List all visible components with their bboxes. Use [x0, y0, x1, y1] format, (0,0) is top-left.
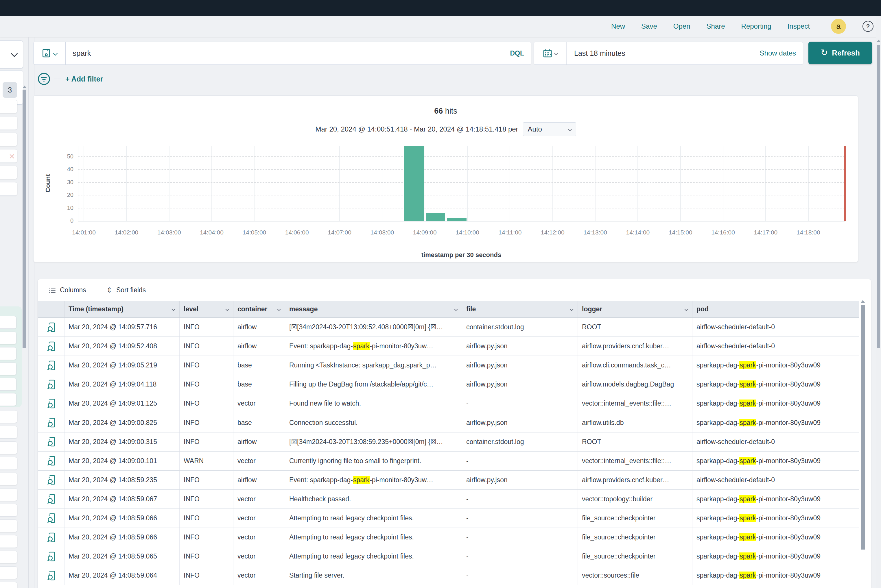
expand-document-button[interactable]	[38, 490, 65, 508]
refresh-button[interactable]: ↻ Refresh	[809, 42, 872, 64]
nav-item-share[interactable]: Share	[707, 22, 725, 30]
field-item[interactable]	[0, 133, 17, 146]
field-item[interactable]	[0, 100, 17, 113]
histogram-bar[interactable]	[426, 213, 445, 221]
nav-item-save[interactable]: Save	[641, 22, 657, 30]
page-scrollbar[interactable]	[876, 45, 880, 348]
expand-document-button[interactable]	[38, 547, 65, 566]
field-item[interactable]	[0, 378, 17, 390]
histogram-bar[interactable]	[447, 218, 466, 221]
field-item[interactable]	[0, 426, 17, 438]
column-header-time--timestamp-[interactable]: Time (timestamp)	[65, 301, 180, 317]
remove-field-icon[interactable]: ×	[9, 151, 17, 161]
field-item[interactable]	[0, 347, 17, 360]
field-item[interactable]	[0, 166, 17, 179]
expand-document-button[interactable]	[38, 356, 65, 375]
inspect-document-icon	[47, 436, 56, 447]
inspect-document-icon	[47, 398, 56, 409]
nav-item-reporting[interactable]: Reporting	[741, 22, 771, 30]
cell-pod: sparkapp-dag-spark-pi-monitor-80y3uw09	[692, 452, 859, 470]
page-scroll-up-icon[interactable]	[876, 40, 881, 42]
column-header-level[interactable]: level	[180, 301, 233, 317]
expand-document-button[interactable]	[38, 509, 65, 528]
field-item[interactable]	[0, 488, 17, 501]
highlighted-term: spark	[739, 533, 756, 541]
interval-select[interactable]: Auto	[523, 122, 576, 136]
chevron-down-icon	[570, 307, 574, 311]
expand-document-button[interactable]	[38, 337, 65, 356]
query-language-button[interactable]: DQL	[510, 50, 531, 57]
cell-logger: ROOT	[578, 318, 692, 336]
expand-document-button[interactable]	[38, 432, 65, 451]
expand-document-button[interactable]	[38, 318, 65, 336]
inspect-document-icon	[47, 379, 56, 390]
field-item[interactable]	[0, 504, 17, 517]
column-header-file[interactable]: file	[462, 301, 578, 317]
histogram-bar[interactable]	[404, 146, 424, 221]
table-row: Mar 20, 2024 @ 14:09:01.125INFOvectorFou…	[38, 394, 859, 413]
filter-icon[interactable]	[38, 72, 50, 85]
expand-document-button[interactable]	[38, 566, 65, 585]
field-item[interactable]	[0, 582, 17, 588]
cell-file: container.stdout.log	[462, 318, 578, 336]
field-item[interactable]: ×	[0, 149, 17, 163]
expand-document-button[interactable]	[38, 452, 65, 470]
filter-bar: + Add filter	[38, 72, 103, 86]
sidebar-scroll-up-icon[interactable]	[23, 86, 27, 88]
user-avatar[interactable]: a	[831, 19, 846, 34]
x-tick-label: 14:02:00	[106, 229, 147, 236]
cell-logger: vector::internal_events::file::…	[578, 394, 692, 413]
time-range-value[interactable]: Last 18 minutes	[567, 49, 760, 57]
sidebar-scrollbar[interactable]	[23, 90, 26, 348]
cell-message: Event: sparkapp-dag-spark-pi-monitor-80y…	[285, 337, 462, 356]
expand-document-button[interactable]	[38, 413, 65, 432]
refresh-label: Refresh	[832, 49, 860, 57]
nav-item-inspect[interactable]: Inspect	[788, 22, 810, 30]
help-icon[interactable]: ?	[863, 21, 873, 32]
field-item[interactable]	[0, 472, 17, 485]
message-text: Found new file to watch.	[289, 399, 361, 407]
field-item[interactable]	[0, 441, 17, 454]
field-item[interactable]	[0, 363, 17, 375]
table-scroll-up-icon[interactable]	[861, 300, 865, 303]
cell-message: Healthcheck passed.	[285, 490, 462, 508]
saved-query-menu-button[interactable]	[33, 42, 66, 64]
field-item[interactable]	[0, 457, 17, 470]
field-item[interactable]	[0, 316, 17, 329]
query-input[interactable]	[66, 49, 510, 58]
field-item[interactable]	[0, 551, 17, 563]
table-row: Mar 20, 2024 @ 14:08:59.065INFOvectorAtt…	[38, 547, 859, 566]
field-item[interactable]	[0, 182, 17, 196]
x-gridline	[126, 146, 127, 221]
expand-document-button[interactable]	[38, 394, 65, 413]
field-item[interactable]	[0, 332, 17, 344]
column-header-container[interactable]: container	[233, 301, 285, 317]
field-item[interactable]	[0, 393, 17, 406]
column-header-label: file	[466, 305, 476, 313]
column-header-pod[interactable]: pod	[692, 301, 859, 317]
inspect-document-icon	[47, 494, 56, 504]
nav-item-new[interactable]: New	[611, 22, 625, 30]
cell-pod: sparkapp-dag-spark-pi-monitor-80y3uw09	[692, 413, 859, 432]
expand-document-button[interactable]	[38, 528, 65, 547]
table-scrollbar[interactable]	[861, 305, 865, 549]
column-header-logger[interactable]: logger	[578, 301, 692, 317]
field-item[interactable]	[0, 116, 17, 130]
nav-item-open[interactable]: Open	[674, 22, 690, 30]
x-tick-label: 14:06:00	[277, 229, 317, 236]
add-filter-button[interactable]: + Add filter	[65, 75, 103, 83]
field-item[interactable]	[0, 410, 17, 423]
pod-text: sparkapp-dag-spark-pi-monitor-80y3uw09	[696, 399, 821, 407]
column-header-message[interactable]: message	[285, 301, 462, 317]
sort-fields-button[interactable]: ⇕ Sort fields	[107, 286, 146, 294]
field-item[interactable]	[0, 519, 17, 532]
table-row: Mar 20, 2024 @ 14:09:05.219INFObaseRunni…	[38, 356, 859, 375]
field-item[interactable]	[0, 535, 17, 548]
columns-button[interactable]: Columns	[49, 286, 86, 294]
expand-document-button[interactable]	[38, 471, 65, 489]
show-dates-button[interactable]: Show dates	[760, 49, 803, 57]
collapse-sidebar-button[interactable]	[0, 40, 23, 69]
expand-document-button[interactable]	[38, 375, 65, 394]
field-item[interactable]	[0, 566, 17, 579]
date-quick-select-button[interactable]	[534, 42, 567, 64]
